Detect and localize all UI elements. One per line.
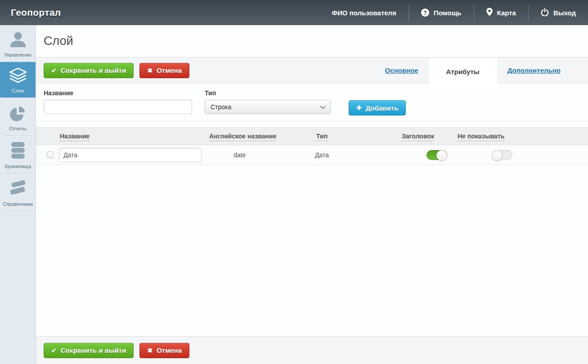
- row-type: Дата: [306, 151, 396, 159]
- app-header: Геопортал ФИО пользователя ? Помощь Карт…: [0, 0, 588, 25]
- app-title: Геопортал: [0, 7, 72, 18]
- row-hide-cell: [454, 150, 588, 160]
- cancel-button[interactable]: ✖ Отмена: [139, 63, 189, 78]
- title-band: Слой: [36, 25, 588, 57]
- help-label: Помощь: [434, 9, 462, 17]
- map-label: Карта: [497, 9, 516, 17]
- layers-icon: [1, 67, 35, 87]
- map-button[interactable]: Карта: [474, 0, 528, 25]
- row-name-input[interactable]: [59, 148, 202, 162]
- save-exit-label: Сохранить и выйти: [61, 346, 126, 354]
- save-exit-label: Сохранить и выйти: [61, 67, 126, 74]
- database-icon: [1, 141, 35, 162]
- user-icon: [1, 30, 35, 51]
- column-header-name: Название: [58, 132, 202, 140]
- column-header-header-label[interactable]: Заголовок: [402, 133, 434, 141]
- header-toggle[interactable]: [426, 150, 447, 160]
- attribute-form: Название Тип Строка ✚ Добавить: [36, 84, 588, 121]
- bottom-toolbar: ✔ Сохранить и выйти ✖ Отмена: [36, 336, 588, 364]
- sidebar-item-management[interactable]: Управление: [0, 25, 36, 62]
- row-name-cell: [58, 148, 202, 162]
- add-attribute-label: Добавить: [366, 104, 399, 112]
- column-header-hide-label[interactable]: Не показывать: [458, 133, 504, 141]
- column-header-header: Заголовок: [396, 132, 454, 140]
- toggle-knob: [436, 150, 447, 161]
- type-select[interactable]: Строка: [205, 100, 331, 114]
- sidebar: Управление Слои Отчеты Хранилища: [0, 25, 36, 364]
- row-checkbox[interactable]: [47, 151, 54, 158]
- cancel-label: Отмена: [157, 67, 182, 74]
- user-name-label: ФИО пользователя: [332, 9, 396, 17]
- name-field-group: Название: [44, 89, 192, 114]
- type-field-group: Тип Строка: [205, 89, 331, 114]
- type-select-value: Строка: [211, 103, 231, 111]
- tab-main[interactable]: Основное: [375, 67, 427, 74]
- row-checkbox-cell: [36, 151, 58, 158]
- column-header-type-label[interactable]: Тип: [316, 133, 328, 141]
- map-pin-icon: [486, 8, 493, 18]
- attributes-table: Название Английское название Тип Заголов…: [36, 127, 588, 165]
- power-icon: [541, 8, 549, 18]
- help-button[interactable]: ? Помощь: [409, 0, 474, 25]
- page-title: Слой: [44, 34, 73, 48]
- sidebar-item-label: Хранилища: [1, 164, 35, 169]
- check-icon: ✔: [51, 347, 57, 354]
- type-field-label: Тип: [205, 89, 331, 97]
- column-header-type: Тип: [306, 132, 396, 140]
- table-header-row: Название Английское название Тип Заголов…: [36, 127, 588, 145]
- cancel-label: Отмена: [157, 346, 182, 354]
- toggle-knob: [492, 150, 503, 161]
- sidebar-item-storage[interactable]: Хранилища: [0, 136, 36, 173]
- row-english-name: date: [202, 151, 306, 159]
- column-header-hide: Не показывать: [454, 132, 588, 140]
- logout-label: Выход: [553, 9, 576, 17]
- cross-icon: ✖: [147, 347, 153, 354]
- content-spacer: [36, 165, 588, 336]
- user-name[interactable]: ФИО пользователя: [319, 0, 408, 25]
- sidebar-item-label: Слои: [1, 88, 35, 93]
- help-icon: ?: [421, 9, 429, 17]
- books-icon: [1, 178, 35, 200]
- main-content: Слой ✔ Сохранить и выйти ✖ Отмена Основн…: [36, 25, 588, 364]
- sidebar-item-label: Справочники: [1, 201, 35, 207]
- column-header-english-name-label[interactable]: Английское название: [209, 133, 276, 141]
- name-field-label: Название: [44, 89, 192, 97]
- attribute-name-input[interactable]: [44, 100, 192, 114]
- save-exit-button[interactable]: ✔ Сохранить и выйти: [44, 63, 134, 78]
- pie-chart-icon: [1, 103, 35, 124]
- tab-bar: Основное Атрибуты Дополнительно: [375, 58, 570, 83]
- sidebar-divider: [4, 211, 31, 211]
- sidebar-item-directories[interactable]: Справочники: [0, 173, 36, 211]
- tab-additional[interactable]: Дополнительно: [498, 67, 570, 74]
- cross-icon: ✖: [147, 67, 153, 74]
- add-attribute-button[interactable]: ✚ Добавить: [349, 100, 406, 115]
- chevron-down-icon: [320, 103, 326, 109]
- logout-button[interactable]: Выход: [529, 0, 588, 25]
- check-icon: ✔: [51, 67, 57, 74]
- sidebar-item-label: Отчеты: [1, 126, 35, 131]
- table-row: date Дата: [36, 145, 588, 165]
- sidebar-item-layers[interactable]: Слои: [0, 62, 36, 98]
- save-exit-button-bottom[interactable]: ✔ Сохранить и выйти: [44, 343, 134, 358]
- column-header-name-label[interactable]: Название: [60, 133, 90, 141]
- plus-icon: ✚: [356, 105, 362, 111]
- column-header-english-name: Английское название: [202, 132, 306, 140]
- header-nav: ФИО пользователя ? Помощь Карта Выход: [319, 0, 588, 25]
- cancel-button-bottom[interactable]: ✖ Отмена: [139, 343, 189, 358]
- hide-toggle[interactable]: [492, 150, 512, 160]
- sidebar-item-label: Управление: [1, 52, 35, 58]
- row-header-cell: [396, 150, 454, 160]
- top-toolbar: ✔ Сохранить и выйти ✖ Отмена Основное Ат…: [36, 57, 588, 84]
- sidebar-item-reports[interactable]: Отчеты: [0, 98, 36, 135]
- tab-attributes[interactable]: Атрибуты: [428, 58, 498, 86]
